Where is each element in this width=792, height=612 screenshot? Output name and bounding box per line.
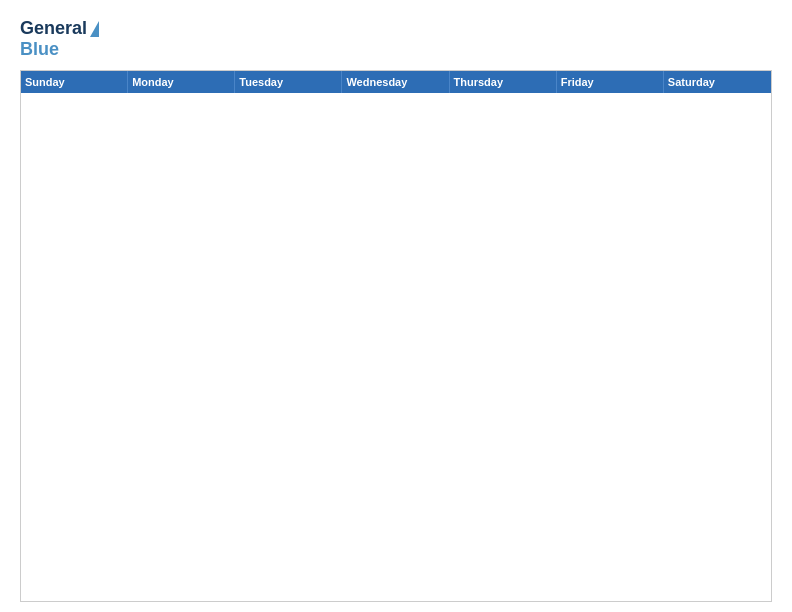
logo-triangle-icon (90, 21, 99, 37)
calendar-header: SundayMondayTuesdayWednesdayThursdayFrid… (21, 71, 771, 93)
weekday-header: Tuesday (235, 71, 342, 93)
logo-general: General (20, 18, 87, 39)
header: General Blue (20, 18, 772, 60)
logo-blue: Blue (20, 39, 59, 59)
weekday-header: Saturday (664, 71, 771, 93)
page: General Blue SundayMondayTuesdayWednesda… (0, 0, 792, 612)
weekday-header: Sunday (21, 71, 128, 93)
weekday-header: Friday (557, 71, 664, 93)
calendar: SundayMondayTuesdayWednesdayThursdayFrid… (20, 70, 772, 602)
logo: General Blue (20, 18, 99, 60)
calendar-body (21, 93, 771, 601)
weekday-header: Thursday (450, 71, 557, 93)
weekday-header: Monday (128, 71, 235, 93)
weekday-header: Wednesday (342, 71, 449, 93)
